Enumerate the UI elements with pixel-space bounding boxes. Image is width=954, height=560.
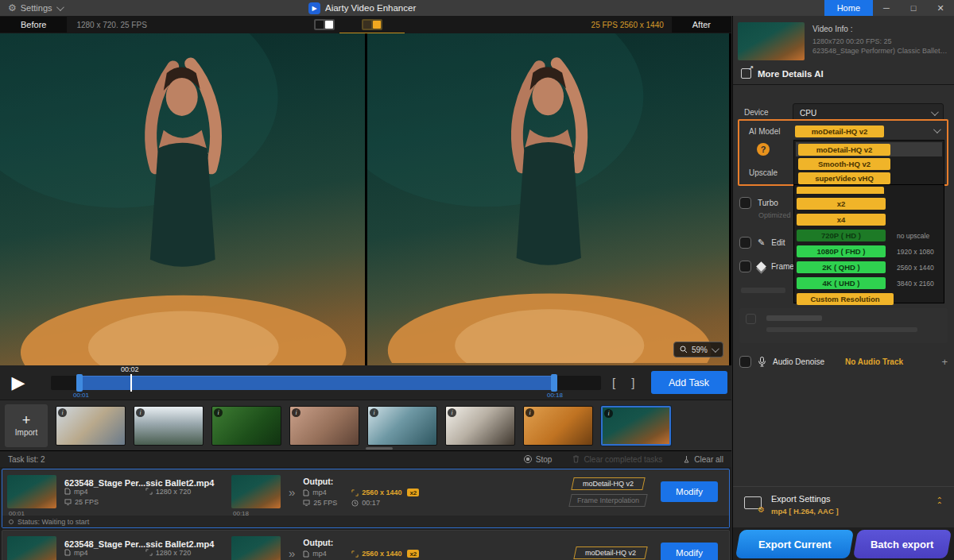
side-by-side-view-icon[interactable]	[362, 19, 382, 30]
split-view-icon[interactable]	[314, 19, 335, 30]
app-title: Aiarty Video Enhancer	[325, 3, 416, 13]
ai-model-option[interactable]: Smooth-HQ v2	[796, 156, 942, 171]
media-thumb-train[interactable]: i	[367, 406, 437, 446]
pen-icon: ✎	[758, 238, 765, 248]
minimize-button[interactable]: ─	[873, 0, 900, 16]
trim-start-handle[interactable]	[76, 374, 83, 392]
add-audio-icon[interactable]: +	[941, 356, 948, 368]
playhead[interactable]	[130, 374, 132, 392]
import-label: Import	[15, 428, 37, 437]
model-badge: moDetail-HQ v2	[571, 477, 645, 490]
info-icon[interactable]: i	[448, 408, 456, 417]
home-button[interactable]: Home	[824, 0, 873, 16]
zoom-control[interactable]: 59%	[673, 342, 723, 357]
plus-icon: +	[22, 415, 31, 426]
modify-button[interactable]: Modify	[661, 481, 718, 502]
export-settings-section[interactable]: Export Settings mp4 [ H.264, AAC ] ⌃⌃	[733, 486, 954, 527]
disabled-checkbox	[746, 314, 756, 324]
ai-model-option[interactable]: moDetail-HQ v2	[796, 142, 942, 156]
clear-completed-button[interactable]: Clear completed tasks	[572, 455, 662, 464]
upscale-option[interactable]: 1080P ( FHD )1920 x 1080	[797, 244, 944, 259]
upscale-label: Upscale	[749, 168, 778, 177]
close-button[interactable]: ✕	[927, 0, 954, 16]
dancer-after	[367, 33, 729, 363]
turbo-label: Turbo	[758, 199, 778, 207]
arrow-right-icon: »	[289, 546, 295, 560]
upscale-option[interactable]: 4K ( UHD )3840 x 2160	[797, 276, 944, 291]
info-icon[interactable]: i	[58, 408, 67, 417]
frames-icon	[756, 261, 766, 272]
before-frame	[0, 33, 365, 365]
add-task-button[interactable]: Add Task	[651, 371, 727, 394]
settings-menu[interactable]: ⚙ Settings	[0, 2, 62, 14]
modify-button[interactable]: Modify	[661, 543, 718, 560]
settings-panel: Video Info : 1280x720 00:20 FPS: 25 6235…	[732, 16, 954, 560]
trim-range[interactable]	[79, 376, 555, 390]
media-thumb-portrait[interactable]: i	[289, 406, 359, 446]
upscale-option[interactable]: Custom Resolution	[797, 292, 944, 307]
frame-checkbox[interactable]	[739, 261, 751, 272]
frame-row: Frame	[739, 261, 794, 272]
export-settings-label: Export Settings	[771, 494, 831, 504]
ai-model-option[interactable]: superVideo vHQ	[796, 171, 942, 185]
upscale-option[interactable]: 720P ( HD )no upscale	[797, 228, 944, 243]
import-button[interactable]: + Import	[5, 404, 48, 447]
turbo-sublabel: Optimized	[758, 211, 791, 219]
microphone-icon	[758, 357, 766, 367]
info-icon[interactable]: i	[136, 408, 145, 417]
resize-icon	[351, 489, 359, 496]
ai-model-selected[interactable]: moDetail-HQ v2	[795, 126, 884, 137]
export-format: mp4 [ H.264, AAC ]	[771, 507, 839, 516]
media-thumb-cat[interactable]: i	[445, 406, 515, 446]
audio-denoise-checkbox[interactable]	[739, 356, 751, 368]
media-thumb-mountains[interactable]: i	[134, 406, 204, 446]
maximize-button[interactable]: □	[900, 0, 927, 16]
upscale-option[interactable]: x4	[797, 212, 944, 227]
upscale-option[interactable]: 2K ( QHD )2560 x 1440	[797, 260, 944, 275]
media-thumb-snow-girl[interactable]: i	[56, 406, 126, 446]
media-thumb-tiger[interactable]: i	[523, 406, 593, 446]
task-output-thumb	[231, 536, 281, 560]
clear-all-button[interactable]: Clear all	[683, 455, 723, 464]
info-icon[interactable]: i	[292, 408, 301, 417]
upscale-option[interactable]: x2	[797, 196, 944, 211]
trim-end-time: 00:18	[547, 392, 563, 399]
trash-icon	[572, 455, 580, 463]
task-row[interactable]: 623548_Stage Per...ssic Ballet2.mp4 mp4 …	[2, 530, 730, 560]
task-input-thumb	[7, 536, 56, 560]
gear-icon: ⚙	[8, 2, 17, 14]
task-list-header: Task list: 2 Stop Clear completed tasks …	[0, 450, 731, 467]
video-info-card: Video Info : 1280x720 00:20 FPS: 25 6235…	[738, 22, 949, 64]
after-tab[interactable]: After	[672, 17, 731, 33]
broom-icon	[683, 455, 690, 463]
trim-end-handle[interactable]	[551, 374, 557, 392]
strip-scrollbar[interactable]	[366, 447, 393, 450]
collapse-chevrons-icon[interactable]: ⌃⌃	[937, 498, 943, 508]
app-window: ⚙ Settings ▶ Aiarty Video Enhancer Home …	[0, 0, 954, 560]
task-filename: 623548_Stage Per...ssic Ballet2.mp4	[64, 478, 223, 488]
task-count: Task list: 2	[8, 455, 45, 464]
turbo-checkbox[interactable]	[739, 197, 751, 209]
trim-brackets-icon[interactable]: [ ]	[612, 376, 642, 389]
task-input-thumb: 00:01	[7, 475, 56, 508]
batch-export-button[interactable]: Batch export	[853, 530, 952, 558]
window-controls: Home ─ □ ✕	[824, 0, 954, 16]
screen-icon	[303, 500, 310, 506]
help-icon[interactable]: ?	[757, 143, 770, 156]
info-icon[interactable]: i	[525, 408, 534, 417]
task-row[interactable]: 00:01 623548_Stage Per...ssic Ballet2.mp…	[2, 469, 730, 528]
stop-button[interactable]: Stop	[524, 455, 553, 464]
task-filename: 623548_Stage Per...ssic Ballet2.mp4	[64, 539, 223, 549]
resize-icon	[351, 550, 359, 558]
app-title-group: ▶ Aiarty Video Enhancer	[308, 0, 416, 16]
info-icon[interactable]: i	[604, 409, 613, 418]
media-thumb-plants[interactable]: i	[211, 406, 281, 446]
timeline[interactable]: 00:02 00:01 00:18	[51, 376, 601, 390]
play-button[interactable]: ▶	[0, 373, 37, 393]
edit-checkbox[interactable]	[739, 237, 751, 249]
info-icon[interactable]: i	[214, 408, 223, 417]
before-tab[interactable]: Before	[0, 17, 67, 33]
info-icon[interactable]: i	[370, 408, 378, 417]
media-thumb-ballet-selected[interactable]: i	[601, 406, 671, 446]
export-current-button[interactable]: Export Current	[735, 530, 855, 558]
